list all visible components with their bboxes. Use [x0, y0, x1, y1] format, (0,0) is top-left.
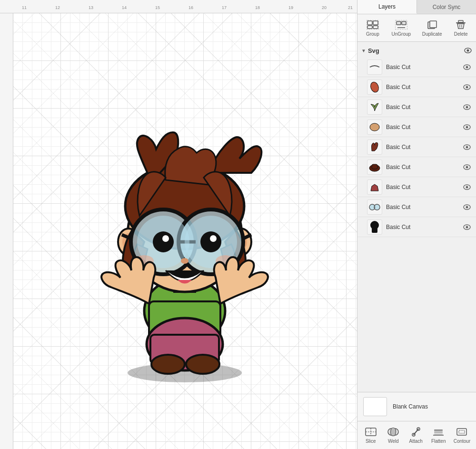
- canvas-area[interactable]: 11 12 13 14 15 16 17 18 19 20 21: [0, 0, 357, 449]
- layer-eye-icon[interactable]: [463, 103, 471, 111]
- layer-row[interactable]: Basic Cut: [357, 197, 476, 217]
- layer-eye-icon[interactable]: [463, 203, 471, 211]
- layer-label: Basic Cut: [386, 64, 459, 70]
- grid-canvas[interactable]: [13, 13, 357, 449]
- duplicate-button[interactable]: Duplicate: [419, 18, 445, 39]
- right-panel: Layers Color Sync Group: [357, 0, 476, 449]
- layer-thumbnail: [367, 140, 382, 155]
- svg-rect-35: [402, 21, 406, 25]
- svg-rect-81: [434, 433, 443, 435]
- panel-toolbar-bottom: Slice Weld Attach: [357, 421, 476, 449]
- svg-point-51: [466, 106, 468, 108]
- ungroup-button[interactable]: UnGroup: [389, 18, 414, 39]
- layer-row[interactable]: Basic Cut: [357, 177, 476, 197]
- layer-row[interactable]: Basic Cut: [357, 117, 476, 137]
- svg-point-46: [466, 66, 468, 68]
- svg-rect-84: [459, 430, 465, 433]
- svg-point-6: [186, 355, 219, 374]
- layer-label: Basic Cut: [386, 184, 459, 190]
- tab-color-sync[interactable]: Color Sync: [417, 0, 476, 14]
- svg-point-5: [151, 355, 185, 374]
- delete-icon: [454, 20, 467, 30]
- svg-point-54: [466, 126, 468, 128]
- svg-point-44: [467, 50, 469, 52]
- layer-label: Basic Cut: [386, 104, 459, 110]
- layer-label: Basic Cut: [386, 204, 459, 210]
- svg-point-25: [181, 258, 188, 264]
- svg-rect-79: [434, 429, 443, 431]
- layer-row[interactable]: Basic Cut: [357, 137, 476, 157]
- svg-rect-34: [397, 21, 401, 25]
- layer-eye-icon[interactable]: [463, 83, 471, 91]
- svg-rect-58: [372, 164, 377, 169]
- tab-layers[interactable]: Layers: [357, 0, 417, 14]
- layer-thumbnail: [367, 80, 382, 95]
- svg-point-60: [466, 166, 468, 168]
- layer-eye-icon[interactable]: [463, 123, 471, 131]
- layer-thumbnail: [367, 120, 382, 135]
- layer-thumbnail: [367, 60, 382, 75]
- slice-icon: [364, 427, 377, 437]
- duplicate-icon: [426, 20, 439, 30]
- layer-row[interactable]: Basic Cut: [357, 157, 476, 177]
- panel-toolbar-top: Group UnGroup Duplicate: [357, 14, 476, 42]
- layer-label: Basic Cut: [386, 164, 459, 170]
- layer-label: Basic Cut: [386, 84, 459, 90]
- svg-point-62: [466, 186, 468, 188]
- layer-thumbnail: [367, 220, 382, 235]
- tab-bar: Layers Color Sync: [357, 0, 476, 14]
- svg-rect-39: [458, 20, 463, 22]
- delete-button[interactable]: Delete: [450, 18, 471, 39]
- svg-arrow-icon: ▼: [361, 48, 366, 53]
- weld-button[interactable]: Weld: [383, 425, 404, 446]
- svg-rect-69: [372, 228, 377, 233]
- svg-point-67: [466, 206, 468, 208]
- layers-list[interactable]: ▼ Svg Basic Cut: [357, 42, 476, 392]
- contour-button[interactable]: Contour: [451, 425, 474, 446]
- ruler-left: [0, 13, 13, 449]
- contour-icon: [455, 427, 468, 437]
- svg-parent-row[interactable]: ▼ Svg: [357, 44, 476, 57]
- character-container: [51, 37, 318, 394]
- layer-eye-icon[interactable]: [463, 143, 471, 151]
- group-button[interactable]: Group: [362, 18, 383, 39]
- svg-point-22: [200, 231, 221, 252]
- layer-row[interactable]: Basic Cut: [357, 57, 476, 77]
- blank-canvas-row[interactable]: Blank Canvas: [357, 392, 476, 421]
- ungroup-icon: [395, 20, 408, 30]
- attach-button[interactable]: Attach: [406, 425, 426, 446]
- svg-rect-40: [456, 22, 466, 23]
- svg-point-47: [369, 80, 380, 93]
- slice-button[interactable]: Slice: [360, 425, 381, 446]
- group-icon: [366, 20, 379, 30]
- layer-row[interactable]: Basic Cut: [357, 97, 476, 117]
- layer-eye-icon[interactable]: [463, 183, 471, 191]
- layer-row[interactable]: Basic Cut: [357, 77, 476, 97]
- layer-label: Basic Cut: [386, 224, 459, 230]
- layer-thumbnail: [367, 180, 382, 195]
- blank-canvas-thumbnail: [363, 397, 387, 416]
- svg-point-24: [210, 235, 217, 242]
- flatten-icon: [432, 427, 445, 437]
- svg-point-21: [153, 231, 174, 252]
- svg-point-49: [466, 86, 468, 88]
- layer-thumbnail: [367, 200, 382, 215]
- svg-point-52: [370, 123, 379, 131]
- layer-eye-icon[interactable]: [463, 223, 471, 231]
- layer-eye-icon[interactable]: [463, 63, 471, 71]
- attach-icon: [409, 427, 423, 437]
- weld-icon: [387, 427, 400, 437]
- ruler-top: 11 12 13 14 15 16 17 18 19 20 21: [0, 0, 357, 13]
- layer-thumbnail: [367, 160, 382, 175]
- svg-rect-80: [434, 431, 443, 433]
- svg-point-56: [466, 146, 468, 148]
- svg-rect-28: [367, 21, 372, 25]
- svg-rect-38: [430, 21, 436, 28]
- layer-eye-icon[interactable]: [463, 163, 471, 171]
- layer-label: Basic Cut: [386, 144, 459, 150]
- svg-rect-83: [457, 429, 466, 435]
- flatten-button[interactable]: Flatten: [428, 425, 449, 446]
- svg-rect-30: [367, 26, 372, 29]
- layer-row[interactable]: Basic Cut: [357, 217, 476, 237]
- layer-label: Basic Cut: [386, 124, 459, 130]
